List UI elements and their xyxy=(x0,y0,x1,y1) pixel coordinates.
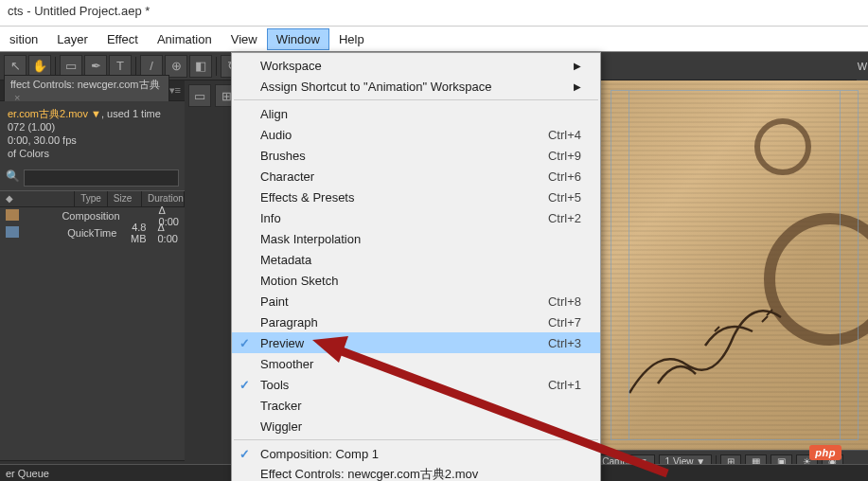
check-icon: ✓ xyxy=(239,378,250,392)
hand-tool-icon[interactable]: ✋ xyxy=(28,55,51,78)
menu-item-label: Info xyxy=(260,211,281,225)
cell-size: 4.8 MB xyxy=(122,221,151,245)
menu-item-effects-presets[interactable]: Effects & PresetsCtrl+5 xyxy=(232,187,600,207)
menu-item-motion-sketch[interactable]: Motion Sketch xyxy=(232,270,600,291)
menu-item-label: Paint xyxy=(260,294,289,309)
menu-item-label: Smoother xyxy=(260,357,313,371)
menu-shortcut: Ctrl+4 xyxy=(548,128,581,142)
cell-type: Composition xyxy=(56,209,125,223)
menu-shortcut: Ctrl+1 xyxy=(548,378,581,392)
menu-item-metadata[interactable]: Metadata xyxy=(232,249,600,270)
menu-shortcut: Ctrl+2 xyxy=(548,211,581,225)
menu-item-mask-interpolation[interactable]: Mask Interpolation xyxy=(232,228,600,249)
menu-item-label: Audio xyxy=(260,128,292,142)
menu-item-label: Mask Interpolation xyxy=(260,232,361,246)
col-type[interactable]: Type xyxy=(75,191,108,206)
menu-shortcut: Ctrl+8 xyxy=(548,294,581,309)
menubar: sitionLayerEffectAnimationViewWindowHelp xyxy=(0,27,868,52)
menu-shortcut: Ctrl+7 xyxy=(548,315,581,330)
decorative-flourish xyxy=(620,289,790,402)
menu-item-label: Composition: Comp 1 xyxy=(260,447,379,461)
menu-item-smoother[interactable]: Smoother xyxy=(232,353,600,374)
composition-icon[interactable]: ▭ xyxy=(188,84,211,107)
project-rows: CompositionΔ 0:00QuickTime4.8 MBΔ 0:00 xyxy=(0,207,185,241)
submenu-arrow-icon: ▶ xyxy=(574,61,581,71)
menu-effect[interactable]: Effect xyxy=(97,28,148,50)
menu-item-label: Assign Shortcut to "Animation" Workspace xyxy=(260,80,492,94)
menu-item-effect-controls-newcger-com-2-mov[interactable]: Effect Controls: newcger.com古典2.mov xyxy=(232,464,600,481)
decorative-swirl xyxy=(754,118,811,175)
menu-item-align[interactable]: Align xyxy=(232,103,600,124)
menu-item-brushes[interactable]: BrushesCtrl+9 xyxy=(232,145,600,166)
menu-animation[interactable]: Animation xyxy=(148,28,221,50)
menu-item-paragraph[interactable]: ParagraphCtrl+7 xyxy=(232,312,600,332)
menu-item-label: Tools xyxy=(260,378,289,392)
menu-item-label: Preview xyxy=(260,336,304,350)
submenu-arrow-icon: ▶ xyxy=(574,81,581,92)
menu-item-label: Workspace xyxy=(260,59,322,73)
menu-item-label: Character xyxy=(260,169,314,184)
right-panel-collapsed[interactable]: W xyxy=(857,52,868,80)
menu-item-character[interactable]: CharacterCtrl+6 xyxy=(232,166,600,187)
panel-tabs: ffect Controls: newcger.com古典 × ▾≡ xyxy=(0,80,185,101)
menu-item-label: Metadata xyxy=(260,253,311,267)
check-icon: ✓ xyxy=(239,336,250,350)
menu-item-workspace[interactable]: Workspace▶ xyxy=(232,55,600,76)
menu-item-paint[interactable]: PaintCtrl+8 xyxy=(232,291,600,312)
menu-item-label: Paragraph xyxy=(260,315,318,330)
cell-duration: Δ 0:00 xyxy=(151,221,185,245)
selection-tool-icon[interactable]: ↖ xyxy=(4,55,27,78)
project-colors: of Colors xyxy=(8,147,177,160)
window-menu-dropdown: Workspace▶Assign Shortcut to "Animation"… xyxy=(231,52,601,481)
item-type-icon xyxy=(6,226,19,238)
pen-tool-icon[interactable]: ✒ xyxy=(84,55,107,78)
project-filename[interactable]: er.com古典2.mov ▼ xyxy=(8,108,101,119)
menu-sition[interactable]: sition xyxy=(0,28,47,50)
menu-item-label: Motion Sketch xyxy=(260,274,338,288)
cell-type: QuickTime xyxy=(62,226,122,240)
window-titlebar: cts - Untitled Project.aep * xyxy=(0,0,868,27)
project-search-row: 🔍 xyxy=(0,166,185,190)
menu-shortcut: Ctrl+6 xyxy=(548,169,581,184)
menu-layer[interactable]: Layer xyxy=(47,28,97,50)
item-type-icon xyxy=(6,209,19,221)
menu-item-tools[interactable]: ✓ToolsCtrl+1 xyxy=(232,374,600,395)
panel-menu-icon[interactable]: ▾≡ xyxy=(169,84,181,97)
check-icon: ✓ xyxy=(239,447,250,461)
menu-window[interactable]: Window xyxy=(267,28,329,50)
brush-tool-icon[interactable]: / xyxy=(140,55,163,78)
col-name-icon[interactable]: ◆ xyxy=(0,191,75,206)
menu-item-preview[interactable]: ✓PreviewCtrl+3 xyxy=(232,332,600,353)
titlebar-text: cts - Untitled Project.aep * xyxy=(8,4,150,18)
menu-help[interactable]: Help xyxy=(329,28,374,50)
project-info: er.com古典2.mov ▼, used 1 time 072 (1.00) … xyxy=(0,101,185,166)
menu-item-audio[interactable]: AudioCtrl+4 xyxy=(232,124,600,145)
menu-item-composition-comp-1[interactable]: ✓Composition: Comp 1 xyxy=(232,443,600,464)
table-row[interactable]: QuickTime4.8 MBΔ 0:00 xyxy=(0,224,185,241)
menu-shortcut: Ctrl+3 xyxy=(548,336,581,350)
col-size[interactable]: Size xyxy=(108,191,142,206)
menu-item-tracker[interactable]: Tracker xyxy=(232,395,600,416)
menu-item-info[interactable]: InfoCtrl+2 xyxy=(232,207,600,228)
composition-viewer[interactable] xyxy=(601,80,868,450)
menu-item-label: Effect Controls: newcger.com古典2.mov xyxy=(260,466,478,481)
stamp-tool-icon[interactable]: ⊕ xyxy=(165,55,187,78)
cell-size xyxy=(126,215,153,217)
menu-item-wiggler[interactable]: Wiggler xyxy=(232,416,600,436)
eraser-tool-icon[interactable]: ◧ xyxy=(189,55,212,78)
php-watermark: php xyxy=(809,445,841,460)
menu-item-label: Align xyxy=(260,107,288,121)
menu-item-label: Wiggler xyxy=(260,419,302,434)
menu-item-assign-shortcut-to-animation-workspace[interactable]: Assign Shortcut to "Animation" Workspace… xyxy=(232,76,600,97)
toolbar-separator xyxy=(135,57,136,76)
rect-tool-icon[interactable]: ▭ xyxy=(60,55,82,78)
project-resolution: 072 (1.00) xyxy=(8,120,177,134)
menu-item-label: Effects & Presets xyxy=(260,190,354,205)
toolbar-separator xyxy=(55,57,56,76)
text-tool-icon[interactable]: T xyxy=(109,55,132,78)
menu-separator xyxy=(234,99,598,100)
search-icon[interactable]: 🔍 xyxy=(6,169,20,187)
project-search-input[interactable] xyxy=(24,169,179,187)
menu-view[interactable]: View xyxy=(221,28,267,50)
project-panel: ffect Controls: newcger.com古典 × ▾≡ er.co… xyxy=(0,80,185,481)
